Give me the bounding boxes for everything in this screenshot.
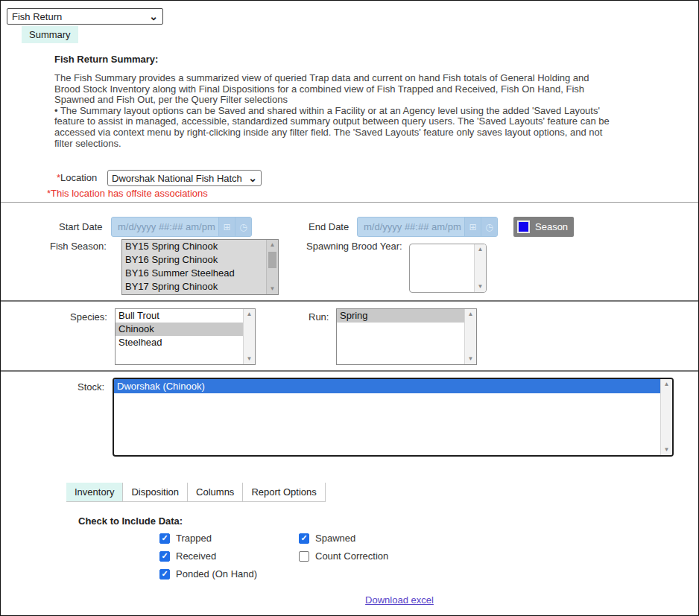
spawned-label: Spawned <box>315 533 355 544</box>
fish-season-listbox[interactable]: BY15 Spring Chinook BY16 Spring Chinook … <box>121 239 279 295</box>
tab-columns-label: Columns <box>196 486 234 498</box>
calendar-icon[interactable]: ⊞ <box>218 217 235 236</box>
scrollbar-thumb[interactable] <box>268 252 276 268</box>
scroll-down-icon[interactable]: ▼ <box>478 282 484 292</box>
tab-inventory-label: Inventory <box>75 486 114 498</box>
download-excel-link[interactable]: Download excel <box>365 594 434 606</box>
received-label: Received <box>176 550 216 562</box>
check-icon: ✓ <box>161 534 168 542</box>
list-item[interactable]: BY16 Spring Chinook <box>122 253 266 267</box>
trapped-checkbox[interactable]: ✓ <box>159 533 170 544</box>
scroll-down-icon[interactable]: ▼ <box>664 445 670 455</box>
list-item[interactable]: Steelhead <box>116 336 243 349</box>
spawning-brood-year-listbox[interactable]: ▲ ▼ <box>409 244 487 293</box>
count-correction-label: Count Correction <box>315 550 388 562</box>
list-item-selected[interactable]: Spring <box>337 309 464 323</box>
start-date-input[interactable]: m/d/yyyy ##:## am/pm ⊞ ◷ <box>111 217 252 237</box>
clock-icon[interactable]: ◷ <box>481 217 497 236</box>
received-checkbox[interactable]: ✓ <box>159 551 170 562</box>
scroll-down-icon[interactable]: ▼ <box>270 284 276 294</box>
tab-inventory[interactable]: Inventory <box>66 483 123 501</box>
list-item[interactable]: Bull Trout <box>116 309 243 323</box>
stock-listbox[interactable]: Dworshak (Chinook) ▲ ▼ <box>113 378 674 457</box>
checkbox-row-spawned: ✓ Spawned <box>299 533 355 544</box>
season-button[interactable]: Season <box>513 217 574 237</box>
section-divider <box>1 202 699 203</box>
chevron-down-icon: ⌄ <box>248 174 257 182</box>
end-date-input[interactable]: m/d/yyyy ##:## am/pm ⊞ ◷ <box>357 217 498 237</box>
scrollbar[interactable]: ▲ ▼ <box>660 379 672 455</box>
species-listbox[interactable]: Bull Trout Chinook Steelhead ▲ ▼ <box>115 308 256 365</box>
start-date-label: Start Date <box>59 221 103 232</box>
checkbox-row-count-correction: Count Correction <box>299 550 388 562</box>
checkbox-row-received: ✓ Received <box>159 550 216 562</box>
tab-summary-label: Summary <box>29 29 71 40</box>
location-value: Dworshak National Fish Hatch <box>112 173 242 184</box>
scroll-down-icon[interactable]: ▼ <box>468 354 474 364</box>
scroll-up-icon[interactable]: ▲ <box>270 240 276 250</box>
run-label: Run: <box>309 311 329 323</box>
list-item[interactable]: BY15 Spring Chinook <box>122 240 266 253</box>
scrollbar[interactable]: ▲ ▼ <box>474 244 486 292</box>
end-date-label: End Date <box>309 221 349 232</box>
checkbox-row-trapped: ✓ Trapped <box>159 533 212 544</box>
location-label: *Location <box>57 172 97 183</box>
chevron-down-icon: ⌄ <box>149 13 158 20</box>
check-icon: ✓ <box>161 570 168 578</box>
tab-disposition-label: Disposition <box>131 486 179 498</box>
checkbox-row-ponded: ✓ Ponded (On Hand) <box>159 568 257 580</box>
trapped-label: Trapped <box>176 533 212 544</box>
run-listbox[interactable]: Spring ▲ ▼ <box>336 308 477 365</box>
include-data-heading: Check to Include Data: <box>78 515 183 527</box>
list-item-selected[interactable]: Chinook <box>116 323 243 336</box>
ponded-checkbox[interactable]: ✓ <box>159 569 170 580</box>
scroll-up-icon[interactable]: ▲ <box>468 309 474 320</box>
count-correction-checkbox[interactable] <box>299 551 309 562</box>
ponded-label: Ponded (On Hand) <box>176 568 257 580</box>
scrollbar[interactable]: ▲ ▼ <box>243 309 255 364</box>
report-type-select[interactable]: Fish Return ⌄ <box>7 8 163 25</box>
page-title: Fish Return Summary: <box>54 54 158 65</box>
check-icon: ✓ <box>161 552 168 560</box>
tab-report-options[interactable]: Report Options <box>243 483 325 501</box>
calendar-icon[interactable]: ⊞ <box>464 217 481 236</box>
stock-label: Stock: <box>78 381 104 393</box>
scroll-down-icon[interactable]: ▼ <box>247 354 253 364</box>
location-select[interactable]: Dworshak National Fish Hatch ⌄ <box>107 170 262 186</box>
summary-description: The Fish Summary provides a summarized v… <box>54 73 610 149</box>
check-icon: ✓ <box>300 534 307 542</box>
spawned-checkbox[interactable]: ✓ <box>299 533 309 544</box>
end-date-placeholder: m/d/yyyy ##:## am/pm <box>358 221 464 232</box>
tab-columns[interactable]: Columns <box>188 483 243 501</box>
scroll-up-icon[interactable]: ▲ <box>664 379 670 390</box>
scrollbar[interactable]: ▲ ▼ <box>464 309 476 364</box>
list-item[interactable]: BY17 Spring Chinook <box>122 280 266 293</box>
summary-paragraph-1: The Fish Summary provides a summarized v… <box>54 73 610 106</box>
report-type-value: Fish Return <box>12 11 62 22</box>
start-date-placeholder: m/d/yyyy ##:## am/pm <box>112 221 218 232</box>
clock-icon[interactable]: ◷ <box>235 217 251 236</box>
section-divider <box>1 300 699 302</box>
tab-summary[interactable]: Summary <box>22 26 78 43</box>
scroll-up-icon[interactable]: ▲ <box>478 244 484 255</box>
location-offsite-warning: *This location has offsite associations <box>47 188 208 199</box>
fish-return-query-page: Fish Return ⌄ Summary Fish Return Summar… <box>0 0 699 616</box>
list-item[interactable]: BY16 Summer Steelhead <box>122 267 266 280</box>
list-item-selected[interactable]: Dworshak (Chinook) <box>114 379 660 393</box>
species-label: Species: <box>70 311 107 323</box>
summary-paragraph-2: • The Summary layout options can be Save… <box>54 106 610 149</box>
tab-report-options-label: Report Options <box>251 486 316 498</box>
section-divider <box>1 370 699 372</box>
season-color-swatch <box>517 220 530 233</box>
season-button-label: Season <box>535 221 568 232</box>
spawning-brood-year-label: Spawning Brood Year: <box>306 241 402 252</box>
scrollbar[interactable]: ▲ ▼ <box>266 240 278 294</box>
report-options-tabbar: Inventory Disposition Columns Report Opt… <box>66 483 326 502</box>
tab-disposition[interactable]: Disposition <box>123 483 188 501</box>
scroll-up-icon[interactable]: ▲ <box>247 309 253 320</box>
fish-season-label: Fish Season: <box>50 241 107 252</box>
